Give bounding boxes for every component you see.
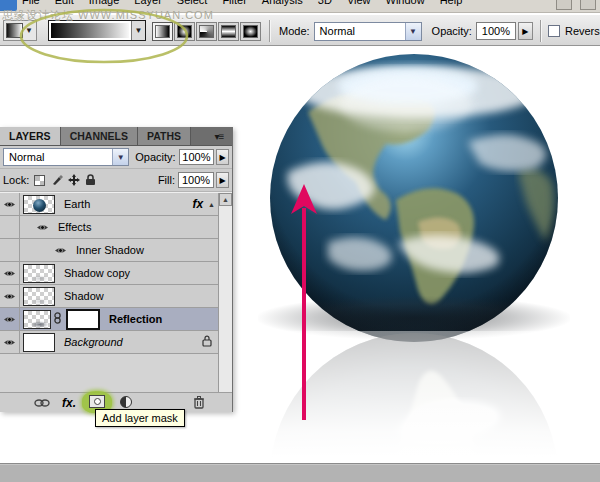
- effect-name[interactable]: Inner Shadow: [76, 244, 144, 256]
- add-layer-mask-icon: [94, 398, 101, 405]
- menu-bar: File Edit Image Layer Select Filter Anal…: [0, 0, 600, 13]
- layer-row-shadow-copy[interactable]: Shadow copy: [0, 262, 232, 285]
- fill-slider-button[interactable]: ▶: [216, 172, 229, 188]
- eye-icon: [3, 315, 16, 324]
- delete-layer-icon[interactable]: [193, 395, 205, 411]
- gradient-picker-dropdown[interactable]: ▼: [131, 21, 145, 40]
- lock-all-icon[interactable]: [84, 174, 97, 187]
- fx-badge[interactable]: fx: [192, 197, 203, 211]
- layer-row-shadow[interactable]: Shadow: [0, 285, 232, 308]
- linear-gradient-icon: [155, 25, 170, 38]
- photoshop-window: File Edit Image Layer Select Filter Anal…: [0, 0, 600, 482]
- effects-label[interactable]: Effects: [58, 221, 91, 233]
- menu-edit[interactable]: Edit: [55, 0, 74, 6]
- layer-list: Earth fx ▲ Effects Inner Shadow: [0, 192, 232, 392]
- linear-gradient-button[interactable]: [152, 22, 173, 41]
- layer-style-icon[interactable]: fx.: [62, 396, 76, 410]
- layer-row-earth[interactable]: Earth fx ▲: [0, 193, 232, 216]
- layer-opacity-input[interactable]: 100%: [179, 149, 215, 165]
- layer-name[interactable]: Reflection: [109, 313, 162, 325]
- gradient-tool-preset[interactable]: ▼: [3, 20, 37, 41]
- tool-options-bar: ▼ ▼ Mode: Normal ▼ Opacity: 100% ▶ Rever…: [0, 14, 600, 46]
- layer-row-inner-shadow[interactable]: Inner Shadow: [0, 239, 232, 262]
- visibility-toggle[interactable]: [0, 262, 20, 284]
- reflected-gradient-button[interactable]: [218, 22, 239, 41]
- opacity-input[interactable]: 100%: [476, 22, 516, 40]
- layer-name[interactable]: Shadow: [64, 290, 104, 302]
- visibility-toggle[interactable]: [0, 193, 20, 215]
- menu-image[interactable]: Image: [89, 0, 120, 6]
- menu-filter[interactable]: Filter: [222, 0, 246, 6]
- gradient-picker[interactable]: ▼: [48, 20, 146, 41]
- eye-icon: [3, 200, 16, 209]
- spacer: [0, 239, 20, 261]
- menu-3d[interactable]: 3D: [318, 0, 332, 6]
- eye-icon: [3, 338, 16, 347]
- status-bar: [0, 463, 600, 482]
- lock-pixels-icon[interactable]: [50, 174, 63, 187]
- layer-row-effects[interactable]: Effects: [0, 216, 232, 239]
- visibility-toggle[interactable]: [0, 308, 20, 330]
- fill-label: Fill:: [158, 174, 175, 186]
- layer-row-reflection[interactable]: Reflection: [0, 308, 232, 331]
- adjustment-layer-icon[interactable]: [120, 396, 132, 408]
- workspace-button[interactable]: [580, 0, 596, 10]
- visibility-toggle[interactable]: [0, 331, 20, 353]
- menu-analysis[interactable]: Analysis: [262, 0, 303, 6]
- radial-gradient-button[interactable]: [174, 22, 195, 41]
- chevron-down-icon: ▼: [25, 27, 33, 35]
- mask-link-icon[interactable]: [53, 312, 62, 326]
- chevron-down-icon[interactable]: ▼: [405, 23, 421, 40]
- reverse-checkbox[interactable]: [548, 25, 560, 37]
- layer-thumbnail[interactable]: [23, 333, 55, 352]
- menu-view[interactable]: View: [347, 0, 371, 6]
- collapse-effects-icon[interactable]: ▲: [208, 201, 215, 208]
- thumbnail-globe: [33, 199, 46, 212]
- fill-input[interactable]: 100%: [178, 172, 214, 188]
- spacer: [0, 216, 20, 238]
- tab-layers[interactable]: LAYERS: [0, 127, 61, 145]
- tab-channels[interactable]: CHANNELS: [61, 127, 138, 145]
- lock-position-icon[interactable]: [67, 174, 80, 187]
- chevron-down-icon[interactable]: ▼: [112, 149, 128, 165]
- layer-blend-mode-select[interactable]: Normal ▼: [3, 148, 129, 166]
- layer-name[interactable]: Shadow copy: [64, 267, 130, 279]
- layer-thumbnail[interactable]: [23, 264, 55, 283]
- lock-label: Lock:: [3, 174, 29, 186]
- menu-help[interactable]: Help: [440, 0, 463, 6]
- eye-icon[interactable]: [54, 246, 67, 255]
- menu-file[interactable]: File: [22, 0, 40, 6]
- layer-thumbnail[interactable]: [23, 195, 55, 214]
- menu-window[interactable]: Window: [386, 0, 425, 6]
- opacity-slider-button[interactable]: ▶: [518, 22, 533, 40]
- layer-thumbnail[interactable]: [23, 287, 55, 306]
- menu-layer[interactable]: Layer: [134, 0, 162, 6]
- panel-scrollbar[interactable]: ▲ ▼: [218, 193, 232, 411]
- thumbnail-shadow: [30, 298, 49, 305]
- workspace-button[interactable]: [556, 0, 572, 10]
- layer-opacity-slider-button[interactable]: ▶: [216, 149, 229, 165]
- lock-row: Lock: Fill: 100% ▶: [0, 169, 232, 192]
- menu-select[interactable]: Select: [177, 0, 208, 6]
- lock-transparency-icon[interactable]: [33, 174, 46, 187]
- add-layer-mask-button[interactable]: [89, 395, 105, 408]
- visibility-toggle[interactable]: [0, 285, 20, 307]
- radial-gradient-icon: [177, 25, 192, 38]
- diamond-gradient-button[interactable]: [240, 22, 261, 41]
- angle-gradient-button[interactable]: [196, 22, 217, 41]
- scroll-up-button[interactable]: ▲: [219, 193, 232, 206]
- layer-mask-thumbnail[interactable]: [66, 309, 100, 330]
- reflected-gradient-icon: [221, 25, 236, 38]
- reverse-label: Reverse: [565, 25, 600, 37]
- tab-paths[interactable]: PATHS: [138, 127, 191, 145]
- link-layers-icon[interactable]: [34, 398, 50, 408]
- eye-icon[interactable]: [36, 223, 49, 232]
- layer-name[interactable]: Earth: [64, 198, 90, 210]
- chevron-down-icon: ▼: [135, 27, 143, 35]
- panel-menu-icon[interactable]: ▾≡: [206, 127, 232, 145]
- layer-name[interactable]: Background: [64, 336, 123, 348]
- eye-icon: [3, 292, 16, 301]
- layer-row-background[interactable]: Background: [0, 331, 232, 354]
- blend-mode-select[interactable]: Normal ▼: [314, 22, 422, 41]
- layer-thumbnail[interactable]: [23, 310, 51, 329]
